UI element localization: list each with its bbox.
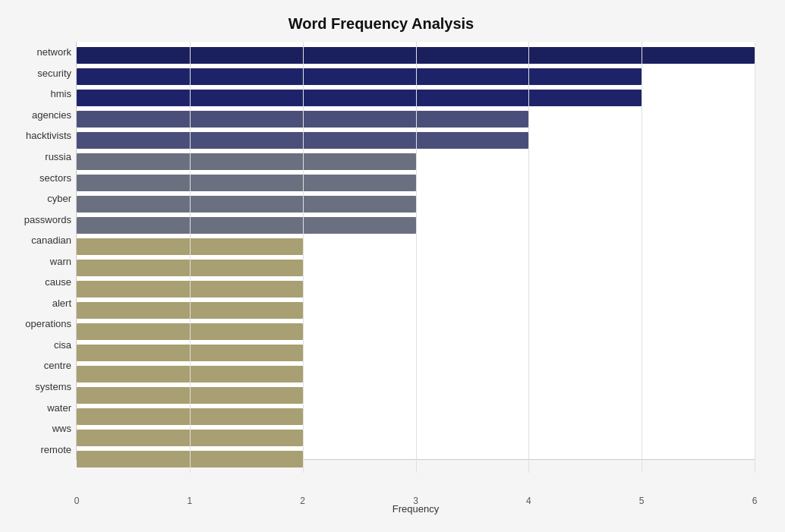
bar-cisa [77, 345, 303, 361]
y-label-cause: cause [45, 272, 71, 293]
bar-row-water [77, 406, 755, 427]
bar-row-hacktivists [77, 130, 755, 151]
bar-row-russia [77, 151, 755, 172]
bar-remote [77, 451, 303, 467]
bar-passwords [77, 217, 416, 234]
y-label-cyber: cyber [47, 188, 71, 209]
y-label-security: security [37, 63, 71, 84]
bar-hacktivists [77, 132, 528, 149]
y-label-remote: remote [41, 439, 71, 460]
chart-area: networksecurityhmisagencieshacktivistsru… [8, 42, 755, 460]
bar-alert [77, 302, 303, 319]
x-tick-6: 6 [752, 496, 758, 506]
x-tick-0: 0 [74, 496, 80, 506]
bar-row-cause [77, 279, 755, 300]
y-label-wws: wws [52, 418, 71, 439]
x-tick-5: 5 [639, 496, 645, 506]
x-axis-label: Frequency [392, 503, 439, 515]
bar-sectors [77, 175, 416, 191]
y-label-russia: russia [45, 146, 71, 168]
y-label-hacktivists: hacktivists [26, 125, 71, 146]
bar-warn [77, 260, 303, 276]
y-label-operations: operations [25, 313, 71, 335]
bar-russia [77, 153, 416, 170]
bar-row-warn [77, 257, 755, 279]
bar-operations [77, 323, 303, 340]
bar-row-hmis [77, 87, 755, 109]
bar-network [77, 47, 755, 64]
y-label-water: water [47, 397, 71, 418]
y-label-systems: systems [35, 376, 71, 398]
bar-row-remote [77, 449, 755, 470]
y-label-sectors: sectors [39, 167, 71, 188]
plot-area: 0123456 Frequency [76, 42, 755, 460]
bar-hmis [77, 90, 642, 106]
bar-row-network [77, 45, 755, 66]
bar-row-operations [77, 321, 755, 342]
bar-systems [77, 387, 303, 404]
bar-row-cisa [77, 342, 755, 364]
bar-row-cyber [77, 194, 755, 215]
bar-canadian [77, 238, 303, 255]
bar-row-centre [77, 364, 755, 385]
y-label-network: network [36, 42, 71, 63]
bar-centre [77, 366, 303, 382]
y-label-alert: alert [52, 293, 71, 314]
y-label-passwords: passwords [24, 209, 71, 230]
grid-line-6 [755, 42, 755, 473]
bar-row-systems [77, 385, 755, 406]
bar-agencies [77, 111, 528, 127]
chart-title: Word Frequency Analysis [8, 15, 755, 33]
bar-row-wws [77, 427, 755, 449]
bar-cyber [77, 196, 416, 212]
y-axis: networksecurityhmisagencieshacktivistsru… [8, 42, 76, 460]
y-label-hmis: hmis [51, 83, 71, 105]
bar-row-canadian [77, 236, 755, 257]
y-label-agencies: agencies [32, 105, 71, 126]
bar-row-agencies [77, 109, 755, 130]
bar-wws [77, 430, 303, 446]
bars-wrapper [77, 42, 755, 473]
bar-row-sectors [77, 172, 755, 194]
bar-row-passwords [77, 215, 755, 236]
x-tick-1: 1 [187, 496, 192, 506]
x-tick-2: 2 [300, 496, 305, 506]
chart-container: Word Frequency Analysis networksecurityh… [0, 0, 785, 532]
y-label-centre: centre [44, 355, 71, 376]
bar-security [77, 68, 642, 85]
bar-cause [77, 281, 303, 297]
x-tick-4: 4 [526, 496, 531, 506]
y-label-canadian: canadian [31, 230, 71, 251]
y-label-cisa: cisa [54, 335, 71, 356]
bar-row-security [77, 66, 755, 87]
y-label-warn: warn [50, 250, 71, 272]
bar-water [77, 408, 303, 425]
bar-row-alert [77, 300, 755, 321]
